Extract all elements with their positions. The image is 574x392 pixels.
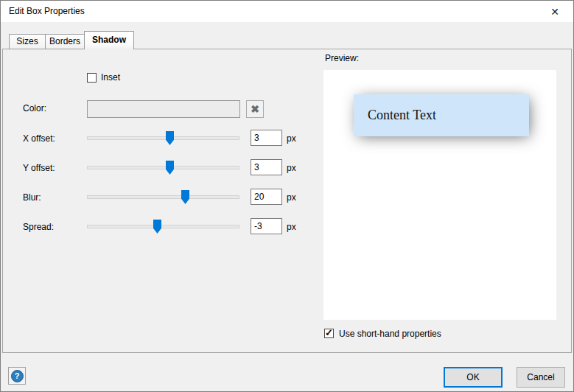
shorthand-label: Use short-hand properties: [339, 328, 441, 340]
x-offset-row: X offset: px: [1, 124, 310, 153]
inset-label: Inset: [101, 69, 120, 86]
spread-slider-track[interactable]: [87, 225, 239, 228]
tab-borders[interactable]: Borders: [45, 34, 85, 49]
y-offset-label: Y offset:: [23, 153, 55, 183]
help-icon: ?: [11, 370, 24, 382]
x-offset-unit: px: [287, 124, 296, 153]
color-row: Color: ✖: [1, 94, 310, 123]
blur-label: Blur:: [23, 183, 41, 212]
clear-color-button[interactable]: ✖: [246, 100, 264, 118]
blur-slider-track[interactable]: [87, 195, 239, 199]
dialog-title: Edit Box Properties: [9, 1, 85, 22]
preview-area: Content Text: [323, 70, 556, 320]
preview-content-text: Content Text: [368, 108, 436, 123]
help-button[interactable]: ?: [8, 367, 26, 385]
close-icon[interactable]: ✕: [536, 1, 573, 22]
y-offset-slider-track[interactable]: [87, 166, 239, 169]
x-offset-slider-thumb[interactable]: [166, 131, 174, 145]
y-offset-slider-thumb[interactable]: [166, 161, 174, 175]
spread-input[interactable]: [251, 218, 282, 234]
edit-box-properties-dialog: Edit Box Properties ✕ Sizes Borders Shad…: [0, 0, 574, 392]
titlebar: Edit Box Properties ✕: [1, 1, 573, 22]
blur-slider-thumb[interactable]: [181, 190, 189, 204]
spread-slider-thumb[interactable]: [153, 220, 161, 234]
color-label: Color:: [23, 94, 46, 123]
cancel-button[interactable]: Cancel: [517, 367, 565, 388]
tab-sizes[interactable]: Sizes: [9, 34, 46, 49]
x-offset-input[interactable]: [251, 130, 282, 146]
preview-label: Preview:: [325, 53, 359, 63]
blur-unit: px: [287, 183, 296, 212]
inset-row: Inset: [1, 69, 310, 86]
blur-input[interactable]: [251, 189, 282, 205]
x-offset-slider-track[interactable]: [87, 136, 239, 140]
spread-row: Spread: px: [1, 212, 310, 242]
x-offset-label: X offset:: [23, 124, 55, 153]
shorthand-checkbox[interactable]: ✓: [324, 329, 334, 338]
y-offset-unit: px: [287, 153, 296, 183]
spread-label: Spread:: [23, 212, 54, 242]
blur-row: Blur: px: [1, 183, 310, 212]
clear-color-icon: ✖: [251, 103, 259, 115]
ok-button[interactable]: OK: [444, 367, 503, 388]
tab-shadow[interactable]: Shadow: [84, 31, 134, 49]
spread-unit: px: [287, 212, 296, 242]
shorthand-row: ✓ Use short-hand properties: [324, 328, 545, 340]
y-offset-input[interactable]: [251, 159, 282, 175]
y-offset-row: Y offset: px: [1, 153, 310, 183]
inset-checkbox[interactable]: [87, 73, 97, 83]
preview-content-box: Content Text: [354, 94, 529, 136]
color-swatch[interactable]: [87, 100, 240, 118]
shorthand-checkmark-icon: ✓: [325, 327, 333, 338]
